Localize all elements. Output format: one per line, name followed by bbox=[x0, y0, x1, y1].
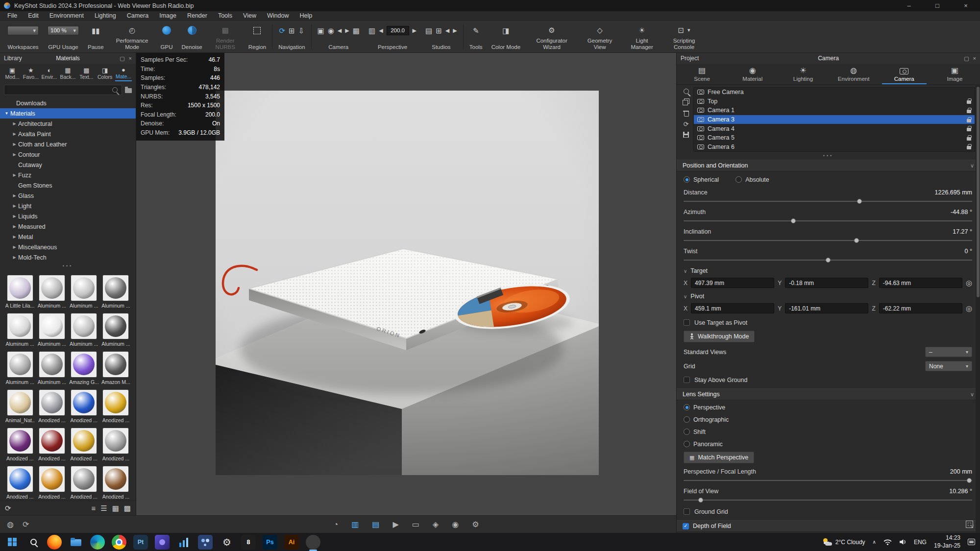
walkthrough-mode-button[interactable]: Walkthrough Mode bbox=[684, 331, 755, 342]
camera-list-item[interactable]: Camera 3 bbox=[694, 115, 975, 124]
app-firefox[interactable] bbox=[47, 535, 62, 550]
expand-arrow-icon[interactable]: ▶ bbox=[11, 152, 18, 157]
material-item[interactable]: Anodized ... bbox=[69, 389, 99, 423]
duplicate-camera-icon[interactable] bbox=[683, 98, 689, 105]
focal-decrease-icon[interactable]: ◀ bbox=[379, 28, 383, 33]
viewport-settings-icon[interactable]: ⚙ bbox=[472, 521, 479, 528]
large-grid-view-icon[interactable]: ▩ bbox=[124, 504, 131, 512]
material-item[interactable]: Anodized ... bbox=[37, 428, 67, 461]
lock-icon[interactable] bbox=[967, 128, 971, 131]
material-thumbnail[interactable] bbox=[7, 389, 33, 416]
material-thumbnail[interactable] bbox=[39, 275, 65, 301]
match-perspective-button[interactable]: ▦ Match Perspective bbox=[684, 452, 754, 463]
lens-section-header[interactable]: Lens Settings ∨ bbox=[677, 388, 980, 400]
radio-icon[interactable] bbox=[735, 176, 742, 183]
ground-grid-checkbox[interactable] bbox=[684, 508, 690, 515]
tab-materials[interactable]: ● Mate... bbox=[115, 66, 132, 81]
material-thumbnail[interactable] bbox=[102, 313, 129, 339]
mode-radio-option[interactable]: Spherical bbox=[684, 176, 719, 183]
app-photoshop[interactable]: Ps bbox=[263, 535, 277, 550]
slider-handle[interactable] bbox=[826, 258, 831, 263]
material-item[interactable]: Aluminum ... bbox=[37, 351, 67, 385]
reset-camera-icon[interactable]: ⟳ bbox=[684, 121, 689, 127]
navigation-group[interactable]: ⟳ ⊞ ⇩ Navigation bbox=[274, 23, 309, 51]
next-camera-icon[interactable]: ▶ bbox=[345, 28, 349, 33]
menu-item[interactable]: Lighting bbox=[89, 12, 122, 19]
slider-track[interactable] bbox=[684, 257, 972, 264]
volume-icon[interactable] bbox=[899, 539, 906, 545]
material-item[interactable]: Aluminum ... bbox=[37, 313, 67, 347]
ground-grid-row[interactable]: Ground Grid bbox=[684, 505, 972, 518]
material-item[interactable]: Anodized ... bbox=[5, 428, 35, 461]
slider-handle[interactable] bbox=[698, 498, 703, 503]
hidden-icons-chevron[interactable]: ∧ bbox=[873, 539, 876, 545]
slider-value[interactable]: 17.27 ° bbox=[953, 228, 972, 235]
presentation-icon[interactable]: ▭ bbox=[412, 521, 419, 528]
slider-value[interactable]: 1226.695 mm bbox=[935, 189, 972, 196]
app-illustrator[interactable]: Ai bbox=[284, 535, 299, 550]
realtime-viewport[interactable]: ORION bbox=[136, 53, 676, 515]
material-item[interactable]: Animal_Nat... bbox=[5, 389, 35, 423]
stay-above-ground-row[interactable]: Stay Above Ground bbox=[684, 373, 972, 386]
tree-item[interactable]: ▼ Materials bbox=[0, 108, 136, 119]
lock-icon[interactable] bbox=[967, 100, 971, 104]
fit-view-icon[interactable] bbox=[966, 521, 973, 528]
float-panel-icon[interactable]: ▢ bbox=[120, 55, 124, 62]
expand-arrow-icon[interactable]: ▶ bbox=[11, 235, 18, 239]
camera-toolbar-group[interactable]: ▣ ◉ ◀ ▶ ▦ Camera bbox=[313, 23, 364, 51]
network-render-icon[interactable]: ◍ bbox=[7, 521, 14, 528]
tab-image[interactable]: ▣ Image bbox=[930, 64, 980, 84]
pivot-group-header[interactable]: ∨ Pivot bbox=[684, 290, 972, 302]
slider-value[interactable]: -44.88 ° bbox=[951, 209, 972, 216]
gpu-usage-dropdown[interactable]: 100 %▾ bbox=[48, 26, 79, 35]
performance-mode-button[interactable]: ◴ Performance Mode bbox=[108, 23, 156, 51]
app-media[interactable] bbox=[155, 535, 170, 550]
panel-layout-icon[interactable]: ▤ bbox=[372, 521, 379, 528]
lock-icon[interactable] bbox=[967, 119, 971, 122]
coordinate-input[interactable]: -161.01 mm bbox=[785, 303, 868, 313]
app-badge-8[interactable]: 8 bbox=[241, 535, 256, 550]
target-group-header[interactable]: ∨ Target bbox=[684, 265, 972, 277]
language-indicator[interactable]: ENG bbox=[914, 539, 927, 546]
material-item[interactable]: Anodized ... bbox=[37, 389, 67, 423]
tab-colors[interactable]: ◨ Colors bbox=[97, 66, 113, 81]
camera-frame-icon[interactable]: ▣ bbox=[318, 27, 324, 34]
lens-settings-icon[interactable]: ▥ bbox=[368, 27, 375, 34]
material-thumbnail[interactable] bbox=[39, 466, 65, 492]
tree-item[interactable]: ▶ Metal bbox=[0, 232, 136, 242]
import-folder-icon[interactable] bbox=[125, 88, 132, 93]
slider-handle[interactable] bbox=[854, 238, 859, 243]
material-thumbnail[interactable] bbox=[7, 351, 33, 378]
camera-grid-icon[interactable]: ▦ bbox=[353, 27, 360, 34]
region-button[interactable]: Region bbox=[244, 23, 270, 51]
slider-handle[interactable] bbox=[967, 478, 972, 483]
app-keyshot[interactable] bbox=[90, 535, 105, 550]
find-camera-icon[interactable] bbox=[684, 89, 689, 94]
app-settings[interactable] bbox=[220, 535, 234, 550]
minimize-button[interactable]: – bbox=[895, 0, 923, 11]
material-item[interactable]: Anodized ... bbox=[69, 428, 99, 461]
slider-track[interactable] bbox=[684, 198, 972, 205]
grid-dropdown[interactable]: None▾ bbox=[925, 361, 972, 371]
maximize-button[interactable]: □ bbox=[923, 0, 952, 11]
material-item[interactable]: Anodized ... bbox=[5, 466, 35, 500]
material-item[interactable]: Aluminum ... bbox=[5, 351, 35, 385]
denoise-toggle-button[interactable]: Denoise bbox=[177, 23, 207, 51]
scrollbar-thumb[interactable] bbox=[977, 87, 980, 297]
standard-views-dropdown[interactable]: –▾ bbox=[925, 347, 972, 357]
expand-arrow-icon[interactable]: ▶ bbox=[11, 245, 18, 249]
pause-button[interactable]: ▮▮ Pause bbox=[83, 23, 108, 51]
material-thumbnail[interactable] bbox=[71, 389, 97, 416]
lens-radio-option[interactable]: Orthographic bbox=[684, 413, 972, 426]
lens-radio-option[interactable]: Shift bbox=[684, 426, 972, 438]
workspaces-dropdown[interactable]: ▾ bbox=[7, 26, 39, 35]
small-grid-view-icon[interactable]: ▦ bbox=[112, 504, 119, 512]
expand-arrow-icon[interactable]: ▶ bbox=[11, 142, 18, 146]
radio-icon[interactable] bbox=[684, 404, 690, 410]
material-thumbnail[interactable] bbox=[7, 275, 33, 301]
dof-section-header[interactable]: ✓ Depth of Field ∨ bbox=[677, 520, 980, 532]
material-thumbnail[interactable] bbox=[71, 428, 97, 454]
slider-value[interactable]: 0 ° bbox=[965, 248, 972, 255]
focal-length-value[interactable]: 200 mm bbox=[950, 468, 972, 475]
lock-icon[interactable] bbox=[967, 110, 971, 113]
